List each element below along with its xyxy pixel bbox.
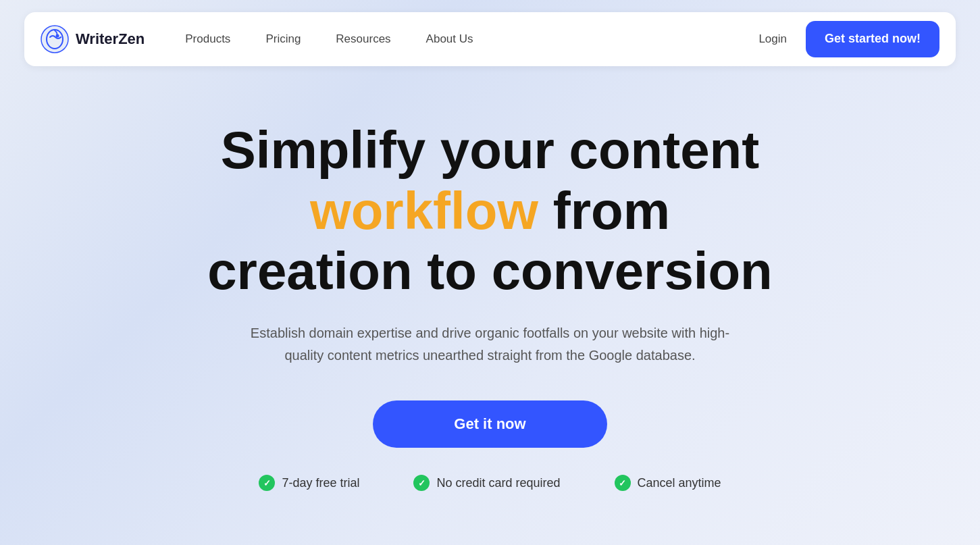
- badge-free-trial: ✓ 7-day free trial: [259, 475, 359, 491]
- get-started-button[interactable]: Get started now!: [806, 21, 939, 57]
- check-icon-no-credit-card: ✓: [413, 475, 430, 491]
- badge-no-credit-card-label: No credit card required: [436, 476, 560, 490]
- badge-no-credit-card: ✓ No credit card required: [413, 475, 560, 491]
- nav-links: Products Pricing Resources About Us: [185, 32, 758, 46]
- logo-icon: [41, 25, 69, 53]
- nav-item-resources[interactable]: Resources: [336, 32, 390, 46]
- nav-item-products[interactable]: Products: [185, 32, 230, 46]
- navbar: WriterZen Products Pricing Resources Abo…: [24, 12, 956, 66]
- hero-title-part1: Simplify your content: [221, 120, 759, 180]
- hero-title: Simplify your content workflow fromcreat…: [119, 120, 862, 302]
- badge-cancel-anytime-label: Cancel anytime: [638, 476, 721, 490]
- badge-cancel-anytime: ✓ Cancel anytime: [615, 475, 721, 491]
- logo-text: WriterZen: [76, 30, 145, 48]
- trust-badges: ✓ 7-day free trial ✓ No credit card requ…: [259, 475, 721, 491]
- nav-right: Login Get started now!: [758, 21, 939, 57]
- hero-subtitle: Establish domain expertise and drive org…: [234, 322, 747, 367]
- badge-free-trial-label: 7-day free trial: [282, 476, 359, 490]
- hero-section: Simplify your content workflow fromcreat…: [0, 66, 980, 518]
- svg-point-2: [56, 34, 59, 38]
- logo[interactable]: WriterZen: [41, 25, 145, 53]
- check-icon-cancel-anytime: ✓: [615, 475, 631, 491]
- login-button[interactable]: Login: [758, 32, 787, 46]
- nav-item-pricing[interactable]: Pricing: [265, 32, 301, 46]
- get-it-now-button[interactable]: Get it now: [373, 400, 607, 448]
- hero-title-highlight: workflow: [310, 181, 538, 240]
- check-icon-free-trial: ✓: [259, 475, 275, 491]
- nav-item-about-us[interactable]: About Us: [426, 32, 473, 46]
